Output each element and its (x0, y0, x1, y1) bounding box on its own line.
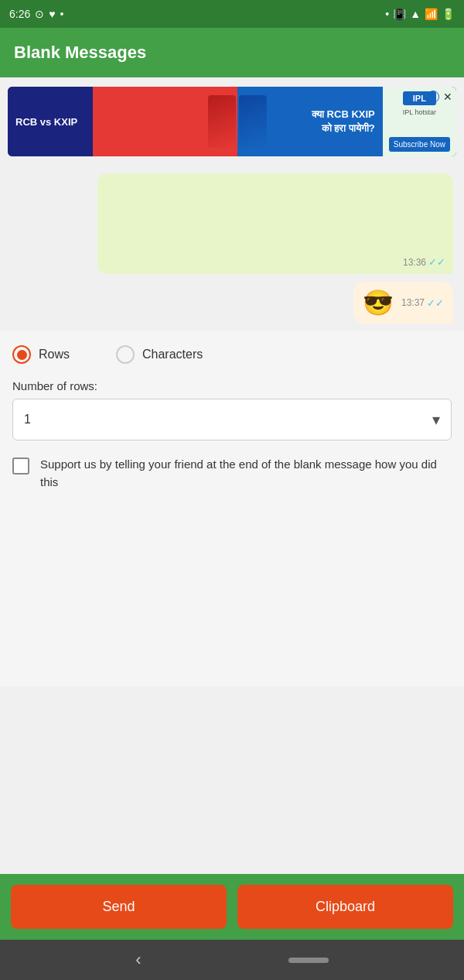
chat-bubble-blank: 13:36 ✓✓ (97, 173, 453, 274)
radio-rows-circle[interactable] (12, 345, 31, 364)
ad-left: RCB vs KXIP (8, 87, 93, 156)
wifi-icon: ▲ (410, 8, 421, 20)
ad-center-text: क्या RCB KXIP को हरा पायेगी? (312, 108, 375, 135)
status-left: 6:26 ⊙ ♥ • (9, 8, 63, 20)
chat-bubble-emoji: 😎 13:37 ✓✓ (353, 282, 453, 324)
heart-icon: ♥ (49, 8, 55, 20)
send-button[interactable]: Send (11, 885, 227, 929)
signal-icon: 📶 (425, 8, 438, 20)
time-display: 6:26 (9, 8, 30, 20)
whatsapp-icon: ⊙ (35, 8, 44, 20)
radio-rows-label: Rows (39, 348, 70, 362)
clipboard-button[interactable]: Clipboard (237, 885, 453, 929)
controls-section: Rows Characters Number of rows: 1 ▾ Supp… (0, 331, 464, 687)
dropdown-selected-value: 1 (24, 413, 31, 427)
double-tick-icon-2: ✓✓ (427, 297, 444, 309)
radio-rows-inner (17, 350, 27, 360)
cricket-figures (208, 92, 267, 151)
ad-right: i ✕ IPL IPL hotstar Subscribe Now (383, 87, 456, 156)
app-bar: Blank Messages (0, 28, 464, 77)
ad-info-icon[interactable]: i (427, 91, 439, 103)
status-bar: 6:26 ⊙ ♥ • • 📳 ▲ 📶 🔋 (0, 0, 464, 28)
battery-icon: 🔋 (442, 8, 455, 20)
home-indicator[interactable] (288, 958, 329, 963)
support-checkbox-label: Support us by telling your friend at the… (40, 456, 452, 491)
vibrate-icon: 📳 (393, 8, 406, 20)
emoji-icon: 😎 (363, 288, 394, 317)
ad-banner[interactable]: RCB vs KXIP क्या RCB KXIP को हरा पायेगी?… (8, 87, 456, 156)
app-title: Blank Messages (14, 43, 146, 63)
support-checkbox-row[interactable]: Support us by telling your friend at the… (12, 456, 452, 491)
bubble-time-1: 13:36 ✓✓ (403, 256, 445, 268)
radio-chars-label: Characters (142, 348, 203, 362)
radio-characters[interactable]: Characters (116, 345, 203, 364)
radio-rows[interactable]: Rows (12, 345, 70, 364)
chevron-down-icon: ▾ (432, 410, 440, 429)
ad-close-icon[interactable]: ✕ (443, 91, 452, 103)
double-tick-icon: ✓✓ (428, 256, 445, 268)
back-icon[interactable]: ‹ (135, 950, 141, 970)
rows-dropdown[interactable]: 1 ▾ (12, 399, 452, 440)
bottom-bar: Send Clipboard (0, 874, 464, 940)
support-checkbox[interactable] (12, 457, 29, 475)
status-right: • 📳 ▲ 📶 🔋 (385, 8, 455, 20)
ad-center: क्या RCB KXIP को हरा पायेगी? (93, 87, 383, 156)
radio-chars-circle[interactable] (116, 345, 135, 364)
radio-group: Rows Characters (12, 345, 452, 364)
chat-area: 13:36 ✓✓ 😎 13:37 ✓✓ (0, 166, 464, 331)
bubble-time-2: 13:37 ✓✓ (401, 297, 444, 309)
nav-bar: ‹ (0, 940, 464, 980)
dot-icon: • (60, 8, 64, 20)
signal-dot-icon: • (385, 8, 389, 20)
ad-match-label: RCB vs KXIP (15, 116, 77, 128)
subscribe-button[interactable]: Subscribe Now (389, 137, 450, 152)
number-of-rows-label: Number of rows: (12, 379, 452, 392)
